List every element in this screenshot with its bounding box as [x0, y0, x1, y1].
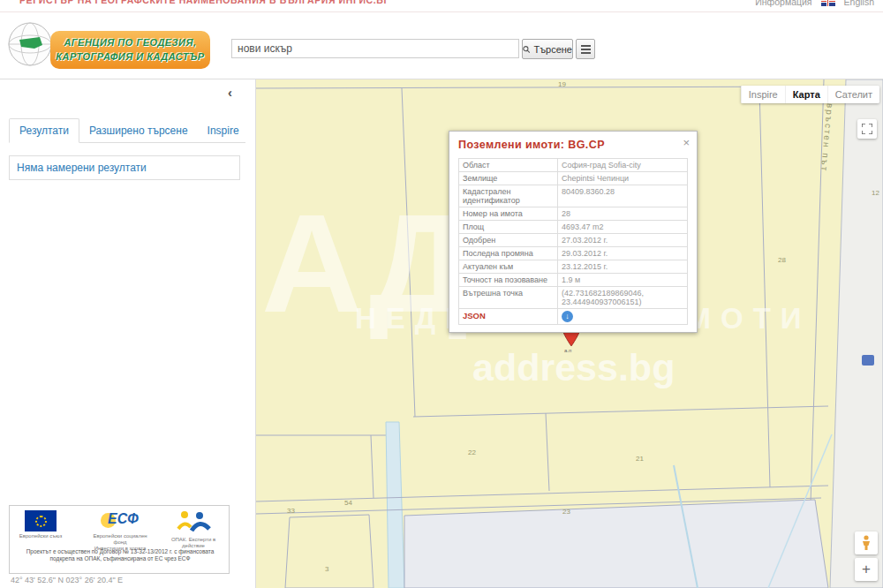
sidebar-tabs: Резултати Разширено търсене Inspire: [9, 117, 245, 143]
eu-flag-block: Европейски съюз: [17, 510, 64, 539]
fullscreen-icon: [862, 124, 872, 134]
agency-logo-line2: КАРТОГРАФИЯ И КАДАСТЪР: [50, 49, 210, 64]
parcel-label: 12: [872, 189, 879, 197]
esf-caption-line1: Европейски социален фонд: [87, 533, 153, 546]
map-canvas[interactable]: 19 12 28 22 21 54 33 23 3 АД НЕДВИЖИМИ И…: [256, 79, 883, 588]
eu-funding-box: Европейски съюз ЕСФ Европейски социален …: [9, 505, 230, 574]
parcel-label: 23: [562, 508, 570, 516]
language-link[interactable]: English: [844, 0, 874, 7]
registry-banner-link[interactable]: РЕГИСТЪР НА ГЕОГРАФСКИТЕ НАИМЕНОВАНИЯ В …: [19, 0, 389, 5]
parcel-label: 3: [325, 565, 329, 573]
menu-icon: [581, 45, 591, 47]
esf-logo-icon: ЕСФ: [95, 510, 145, 531]
layer-map-button[interactable]: Карта: [785, 86, 827, 103]
parcel-label: 22: [468, 449, 476, 456]
eu-flag-icon: [25, 510, 57, 531]
opak-block: ОПАК. Експерти в действие: [162, 510, 225, 549]
agency-logo-line1: АГЕНЦИЯ ПО ГЕОДЕЗИЯ,: [50, 35, 210, 49]
parcel-label: 28: [778, 256, 786, 264]
search-button-label: Търсене: [533, 44, 572, 55]
table-row: Номер на имота28: [459, 207, 688, 221]
table-row: Одобрен27.03.2012 г.: [459, 234, 688, 247]
search-icon: [523, 45, 530, 54]
table-row: Точност на позоваване1.9 м: [459, 274, 688, 287]
esf-block: ЕСФ Европейски социален фонд Инвестиции …: [87, 510, 153, 552]
eu-flag-caption: Европейски съюз: [17, 533, 64, 539]
tab-results[interactable]: Резултати: [9, 118, 79, 143]
search-input[interactable]: [231, 39, 519, 58]
eu-project-text: Проектът е осъществен по Договор № 13-32…: [15, 548, 225, 562]
table-row: ЗемлищеChepintsi Чепинци: [459, 172, 688, 185]
sidebar-collapse-icon[interactable]: ‹: [228, 85, 232, 100]
search-button[interactable]: Търсене: [522, 39, 573, 59]
opak-caption: ОПАК. Експерти в действие: [162, 537, 225, 549]
json-link[interactable]: JSON: [463, 311, 486, 320]
zoom-in-button[interactable]: +: [855, 558, 878, 581]
parcel-label: 19: [558, 80, 566, 88]
table-row: Актуален към23.12.2015 г.: [459, 260, 688, 274]
layer-inspire-button[interactable]: Inspire: [741, 86, 785, 103]
opak-logo-icon: [176, 510, 211, 531]
info-link[interactable]: Информация: [755, 0, 811, 7]
layer-satellite-button[interactable]: Сателит: [827, 86, 879, 103]
parcel-info-popup: Поземлени имоти: BG.CP × ОбластСофия-гра…: [449, 131, 698, 333]
uk-flag-icon[interactable]: [821, 0, 835, 6]
tab-inspire[interactable]: Inspire: [198, 119, 249, 142]
road-badge: [862, 355, 874, 366]
parcel-label: 54: [344, 499, 352, 507]
fullscreen-button[interactable]: [857, 119, 877, 139]
table-row: Кадастрален идентификатор80409.8360.28: [459, 185, 688, 207]
agency-logo[interactable]: АГЕНЦИЯ ПО ГЕОДЕЗИЯ, КАРТОГРАФИЯ И КАДАС…: [50, 31, 210, 69]
popup-title: Поземлени имоти: BG.CP: [458, 139, 688, 151]
parcel-attributes-table: ОбластСофия-град Sofia-city ЗемлищеChepi…: [458, 158, 688, 325]
watermark-site: address.bg: [472, 346, 675, 389]
parcel-label: 21: [636, 455, 644, 463]
table-row: Площ4693.47 m2: [459, 221, 688, 234]
pegman-button[interactable]: [855, 531, 878, 554]
sidebar: ‹ Резултати Разширено търсене Inspire Ня…: [0, 79, 256, 588]
globe-logo-icon: [7, 21, 53, 71]
header-divider: [0, 11, 883, 12]
layer-switcher: Inspire Карта Сателит: [741, 86, 879, 103]
header: РЕГИСТЪР НА ГЕОГРАФСКИТЕ НАИМЕНОВАНИЯ В …: [0, 0, 883, 79]
top-right-links: Информация English: [755, 0, 874, 7]
parcel-label: 33: [287, 507, 295, 515]
close-icon[interactable]: ×: [683, 136, 690, 149]
cursor-coordinates: 42° 43' 52.6" N 023° 26' 20.4" E: [11, 576, 123, 584]
pegman-icon: [861, 535, 872, 551]
table-row: ОбластСофия-град Sofia-city: [459, 159, 688, 172]
list-menu-button[interactable]: [576, 39, 595, 59]
tab-advanced-search[interactable]: Разширено търсене: [79, 119, 198, 142]
pin-caption: а.п: [564, 348, 571, 353]
table-row: Последна промяна29.03.2012 г.: [459, 247, 688, 260]
table-row: JSON ↓: [459, 309, 688, 325]
table-row: Вътрешна точка(42.731682189869046, 23.44…: [459, 287, 688, 309]
no-results-message: Няма намерени резултати: [9, 155, 240, 180]
download-icon[interactable]: ↓: [562, 311, 573, 322]
